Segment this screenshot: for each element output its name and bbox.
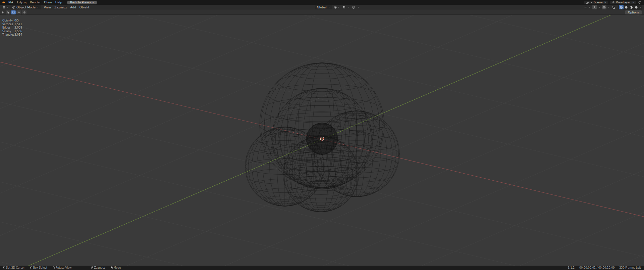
- snap-dropdown-chevron-icon[interactable]: [347, 5, 350, 9]
- stat-triangles-row: Triangles 3,014: [2, 33, 22, 37]
- menu-edit[interactable]: Edytuj: [15, 0, 28, 5]
- move-tool-icon: [23, 11, 26, 14]
- shading-rendered-icon: [635, 6, 638, 9]
- tool-settings-bar: Options: [0, 10, 644, 15]
- proportional-editing-toggle[interactable]: [351, 5, 356, 9]
- shading-mode-group: [618, 5, 642, 10]
- topbar: Plik Edytuj Render Okno Help Back to Pre…: [0, 0, 644, 5]
- stat-label: Obiekty: [2, 19, 14, 23]
- hint-move: Move: [111, 266, 121, 269]
- transform-snap-group: Global: [315, 5, 360, 9]
- mode-label: Object Mode: [16, 6, 36, 9]
- show-overlays-toggle[interactable]: [602, 5, 606, 9]
- gizmo-dropdown-chevron-icon[interactable]: [598, 5, 601, 9]
- xray-icon: [612, 6, 615, 9]
- overlays-icon: [602, 6, 606, 9]
- shading-wireframe-button[interactable]: [619, 5, 624, 9]
- tweak-tool-icon: [7, 11, 10, 14]
- shading-rendered-button[interactable]: [634, 5, 639, 9]
- cursor-tool-icon: [17, 11, 20, 14]
- mouse-right-icon: [91, 266, 93, 269]
- stat-faces-row: Ściany 1,556: [2, 30, 22, 34]
- toggle-xray-button[interactable]: [611, 5, 616, 9]
- stat-label: Triangles: [2, 33, 14, 37]
- cursor-tool-button[interactable]: [16, 10, 21, 14]
- shading-wireframe-icon: [620, 6, 623, 9]
- blender-version: 3.1.2: [568, 266, 575, 269]
- stat-value: 1,511: [14, 23, 22, 27]
- stat-label: Edges: [2, 26, 14, 30]
- menu-viewport-add[interactable]: Add: [68, 5, 77, 10]
- hint-label: Move: [114, 266, 121, 269]
- pivot-point-icon: [334, 6, 337, 9]
- blender-logo-icon[interactable]: [2, 1, 5, 4]
- menu-viewport-view[interactable]: View: [42, 5, 53, 10]
- stat-edges-row: Edges 3,058: [2, 26, 22, 30]
- viewport-3d-canvas[interactable]: [0, 15, 644, 266]
- statistics-overlay: Obiekty 0/5 Vertices 1,511 Edges 3,058 Ś…: [2, 19, 22, 37]
- editor-type-button[interactable]: [2, 5, 9, 9]
- transform-orientation-dropdown[interactable]: Global: [315, 5, 332, 9]
- show-gizmo-toggle[interactable]: [592, 5, 597, 9]
- options-button[interactable]: Options: [625, 10, 642, 14]
- hint-label: Zaznacz: [94, 266, 105, 269]
- menu-viewport-select[interactable]: Zaznacz: [53, 5, 68, 10]
- view-layer-name: ViewLayer: [616, 1, 631, 4]
- mode-dropdown[interactable]: Object Mode: [10, 5, 41, 9]
- stat-value: 1,556: [14, 30, 22, 34]
- frames-left: 250 Frames Left: [620, 266, 641, 269]
- editor-3d-viewport-icon: [2, 6, 6, 9]
- hint-set-3d-cursor: Set 3D Cursor: [3, 266, 25, 269]
- scene-icon: [586, 1, 589, 4]
- pivot-point-dropdown[interactable]: [333, 5, 341, 9]
- viewport-header: Object Mode View Zaznacz Add Obiekt Glob…: [0, 5, 644, 10]
- screen-icon[interactable]: [638, 1, 641, 4]
- hint-label: Box Select: [33, 266, 47, 269]
- menu-window[interactable]: Okno: [42, 0, 54, 5]
- stat-vertices-row: Vertices 1,511: [2, 23, 22, 27]
- select-box-tool-button[interactable]: [11, 10, 16, 14]
- menu-viewport-object[interactable]: Obiekt: [78, 5, 91, 10]
- hint-label: Rotate View: [56, 266, 72, 269]
- playback-timecode: 00:00:00:01 / 00:00:10:09: [579, 266, 614, 269]
- hint-label: Set 3D Cursor: [6, 266, 25, 269]
- menu-render[interactable]: Render: [28, 0, 42, 5]
- stat-label: Ściany: [2, 30, 14, 34]
- mouse-right-icon: [111, 266, 113, 269]
- select-box-tool-icon: [12, 11, 15, 14]
- snap-toggle[interactable]: [342, 5, 346, 9]
- orientation-label: Global: [317, 6, 327, 9]
- overlays-dropdown-chevron-icon[interactable]: [607, 5, 610, 9]
- back-to-previous-button[interactable]: Back to Previous: [67, 1, 97, 4]
- move-tool-button[interactable]: [22, 10, 26, 14]
- tool-settings-expander-icon[interactable]: [2, 11, 4, 13]
- menu-file[interactable]: Plik: [7, 0, 15, 5]
- topbar-right: Scene ✕ ViewLayer ✕: [584, 1, 642, 4]
- shading-dropdown-chevron-icon[interactable]: [639, 5, 642, 9]
- visibility-eye-icon: [584, 6, 588, 9]
- proportional-dropdown-chevron-icon[interactable]: [357, 5, 360, 9]
- scene-name: Scene: [594, 1, 602, 4]
- scene-selector[interactable]: Scene ✕: [584, 1, 608, 4]
- chevron-down-icon: [37, 5, 39, 9]
- shading-solid-icon: [625, 6, 628, 9]
- hint-box-select: Box Select: [30, 266, 47, 269]
- chevron-down-icon: [6, 5, 9, 9]
- shading-solid-button[interactable]: [624, 5, 629, 9]
- shading-material-button[interactable]: [629, 5, 634, 9]
- chevron-down-icon: [588, 5, 591, 9]
- tweak-tool-button[interactable]: [6, 10, 10, 14]
- shading-material-icon: [630, 6, 633, 9]
- remove-view-layer-icon[interactable]: ✕: [632, 1, 634, 4]
- view-layer-selector[interactable]: ViewLayer ✕: [610, 1, 636, 4]
- menu-help[interactable]: Help: [54, 0, 64, 5]
- unlink-scene-icon[interactable]: ✕: [603, 1, 606, 4]
- mouse-left-icon: [3, 266, 5, 269]
- status-bar-right: 3.1.2 00:00:00:01 / 00:00:10:09 250 Fram…: [568, 266, 641, 269]
- proportional-editing-icon: [352, 6, 355, 9]
- browse-scene-chevron-icon[interactable]: [590, 0, 593, 5]
- gizmo-icon: [593, 6, 596, 9]
- viewport-display-group: [584, 5, 642, 10]
- hint-select: Zaznacz: [91, 266, 105, 269]
- object-visibility-dropdown[interactable]: [584, 5, 591, 9]
